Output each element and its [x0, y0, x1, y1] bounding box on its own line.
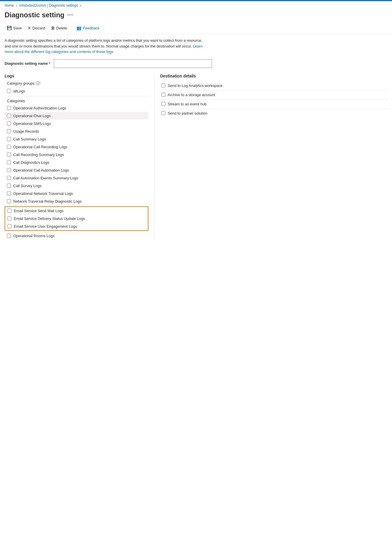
email-user-engagement-checkbox[interactable]: [7, 224, 12, 228]
allLogs-label: allLogs: [13, 89, 25, 93]
operational-auth-row[interactable]: Operational Authentication Logs: [5, 104, 148, 112]
allLogs-checkbox[interactable]: [7, 89, 11, 93]
allLogs-row[interactable]: allLogs: [5, 87, 148, 95]
call-automation-events-label: Call Automation Events Summary Logs: [13, 176, 78, 180]
operational-rooms-label: Operational Rooms Logs: [13, 234, 55, 238]
operational-rooms-checkbox[interactable]: [7, 234, 11, 238]
operational-network-traversal-label: Operational Network Traversal Logs: [13, 191, 73, 196]
operational-auth-label: Operational Authentication Logs: [13, 106, 66, 110]
chevron-icon: ›: [16, 3, 17, 7]
email-delivery-status-label: Email Service Delivery Status Update Log…: [14, 216, 85, 221]
storage-account-checkbox[interactable]: [161, 93, 165, 97]
setting-name-row: Diagnostic setting name *: [5, 59, 387, 68]
required-indicator: *: [49, 61, 50, 66]
partner-solution-label: Send to partner solution: [168, 111, 207, 115]
operational-auth-checkbox[interactable]: [7, 106, 11, 110]
destination-section-header: Destination details: [160, 74, 387, 78]
call-recording-summary-checkbox[interactable]: [7, 153, 11, 157]
operational-sms-row[interactable]: Operational SMS Logs: [5, 120, 148, 128]
logs-column: Logs Category groups i allLogs Categorie…: [5, 74, 154, 240]
log-analytics-checkbox[interactable]: [161, 83, 165, 87]
usage-records-checkbox[interactable]: [7, 129, 11, 133]
event-hub-checkbox[interactable]: [161, 102, 165, 106]
network-traversal-relay-row[interactable]: Network Traversal Relay Diagnostic Logs: [5, 197, 148, 205]
operational-call-automation-label: Operational Call Automation Logs: [13, 168, 69, 172]
operational-sms-checkbox[interactable]: [7, 121, 11, 125]
operational-call-recording-checkbox[interactable]: [7, 145, 11, 149]
category-groups-label: Category groups i: [5, 81, 148, 85]
email-group-box: Email Service Send Mail Logs Email Servi…: [5, 206, 148, 231]
call-survey-row[interactable]: Call Survey Logs: [5, 182, 148, 190]
toolbar-divider: [72, 25, 72, 31]
usage-records-row[interactable]: Usage Records: [5, 128, 148, 135]
feedback-icon: 👥: [77, 26, 81, 30]
chevron-icon-2: ›: [80, 3, 81, 7]
content: A diagnostic setting specifies a list of…: [0, 34, 392, 243]
call-survey-checkbox[interactable]: [7, 184, 11, 188]
call-automation-events-checkbox[interactable]: [7, 176, 11, 180]
ellipsis-menu[interactable]: ···: [67, 12, 73, 18]
dest-storage-account-row[interactable]: Archive to a storage account: [160, 90, 387, 100]
call-summary-label: Call Summary Logs: [13, 137, 46, 141]
setting-name-input[interactable]: [54, 59, 212, 68]
setting-name-label: Diagnostic setting name *: [5, 61, 50, 66]
call-diagnostics-checkbox[interactable]: [7, 160, 11, 164]
delete-icon: 🗑: [51, 26, 55, 30]
call-recording-summary-row[interactable]: Call Recording Summary Logs: [5, 151, 148, 159]
breadcrumb: Home › mhsbxtest2comm | Diagnostic setti…: [0, 1, 392, 10]
toolbar: 💾 Save ✕ Discard 🗑 Delete 👥 Feedback: [0, 22, 392, 34]
dest-event-hub-row[interactable]: Stream to an event hub: [160, 100, 387, 109]
dest-log-analytics-row[interactable]: Send to Log Analytics workspace: [160, 81, 387, 90]
feedback-button[interactable]: 👥 Feedback: [74, 24, 102, 32]
info-icon[interactable]: i: [36, 81, 40, 85]
call-diagnostics-label: Call Diagnostics Logs: [13, 160, 49, 165]
call-summary-checkbox[interactable]: [7, 137, 11, 141]
call-survey-label: Call Survey Logs: [13, 184, 41, 188]
log-analytics-label: Send to Log Analytics workspace: [168, 83, 223, 88]
operational-chat-label: Operational Chat Logs: [13, 114, 51, 118]
destination-column: Destination details Send to Log Analytic…: [154, 74, 387, 240]
operational-call-automation-checkbox[interactable]: [7, 168, 11, 172]
operational-rooms-row[interactable]: Operational Rooms Logs: [5, 232, 148, 240]
call-summary-row[interactable]: Call Summary Logs: [5, 135, 148, 143]
email-delivery-status-checkbox[interactable]: [7, 216, 12, 220]
network-traversal-relay-label: Network Traversal Relay Diagnostic Logs: [13, 199, 82, 203]
save-button[interactable]: 💾 Save: [5, 24, 24, 32]
event-hub-label: Stream to an event hub: [168, 102, 206, 106]
breadcrumb-resource[interactable]: mhsbxtest2comm | Diagnostic settings: [19, 3, 78, 7]
breadcrumb-home[interactable]: Home: [5, 3, 14, 7]
discard-button[interactable]: ✕ Discard: [25, 24, 47, 32]
email-send-mail-checkbox[interactable]: [7, 209, 12, 213]
categories-label: Categories: [7, 99, 148, 103]
usage-records-label: Usage Records: [13, 129, 39, 134]
call-recording-summary-label: Call Recording Summary Logs: [13, 153, 64, 157]
operational-call-recording-label: Operational Call Recording Logs: [13, 145, 67, 149]
email-send-mail-row[interactable]: Email Service Send Mail Logs: [5, 207, 148, 215]
call-automation-events-row[interactable]: Call Automation Events Summary Logs: [5, 174, 148, 182]
operational-call-recording-row[interactable]: Operational Call Recording Logs: [5, 143, 148, 151]
delete-button[interactable]: 🗑 Delete: [49, 24, 70, 32]
email-send-mail-label: Email Service Send Mail Logs: [14, 209, 64, 213]
call-diagnostics-row[interactable]: Call Diagnostics Logs: [5, 159, 148, 166]
email-delivery-status-row[interactable]: Email Service Delivery Status Update Log…: [5, 215, 148, 222]
discard-icon: ✕: [28, 26, 31, 30]
email-user-engagement-label: Email Service User Engagement Logs: [14, 224, 77, 229]
operational-chat-row[interactable]: Operational Chat Logs: [5, 112, 148, 120]
logs-section-header: Logs: [5, 74, 148, 78]
description-text: A diagnostic setting specifies a list of…: [5, 38, 206, 55]
page-title: Diagnostic setting ···: [0, 10, 392, 22]
operational-call-automation-row[interactable]: Operational Call Automation Logs: [5, 166, 148, 174]
network-traversal-relay-checkbox[interactable]: [7, 199, 11, 203]
partner-solution-checkbox[interactable]: [161, 111, 165, 115]
dest-partner-solution-row[interactable]: Send to partner solution: [160, 109, 387, 118]
email-user-engagement-row[interactable]: Email Service User Engagement Logs: [5, 222, 148, 230]
storage-account-label: Archive to a storage account: [168, 93, 215, 97]
operational-chat-checkbox[interactable]: [7, 114, 11, 118]
two-column-layout: Logs Category groups i allLogs Categorie…: [5, 74, 387, 240]
operational-network-traversal-row[interactable]: Operational Network Traversal Logs: [5, 190, 148, 197]
operational-network-traversal-checkbox[interactable]: [7, 191, 11, 195]
save-icon: 💾: [7, 26, 12, 30]
divider: [5, 96, 148, 96]
operational-sms-label: Operational SMS Logs: [13, 121, 51, 126]
